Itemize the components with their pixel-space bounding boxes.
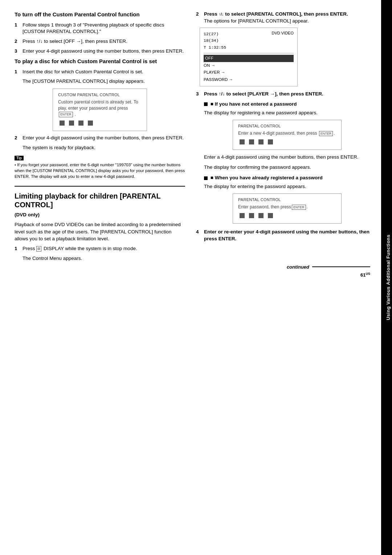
screen-title2: PARENTAL CONTROL: [238, 197, 336, 202]
dvd-menu-password: PASSWORD →: [204, 76, 294, 83]
tip-label: Tip: [15, 156, 24, 160]
registered-password-label: ■ When you have already registered a pas…: [211, 175, 323, 180]
step-content: Insert the disc for which Custom Parenta…: [23, 69, 185, 76]
screen-title1: PARENTAL CONTROL: [238, 124, 336, 128]
dvd-line1: 12(27): [204, 31, 226, 37]
step-num: 2: [196, 11, 202, 25]
step-item: 2 Enter your 4-digit password using the …: [15, 135, 185, 142]
screen-body1: Enter a new 4-digit password, then press…: [238, 130, 336, 136]
page-number: 61US: [360, 272, 370, 278]
dvd-menu-off: OFF: [204, 55, 294, 62]
section1-steps: 1 Follow steps 1 through 3 of "Preventin…: [15, 22, 185, 55]
side-tab: Using Various Additional Functions: [381, 0, 392, 555]
step3-item: 3 Press ↑/↓ to select [PLAYER →], then p…: [196, 91, 370, 98]
continued-rule: [312, 266, 370, 267]
page-number-bar: 61US: [196, 272, 370, 278]
section3-body: Playback of some DVD VIDEOs can be limit…: [15, 221, 185, 242]
step4-content: Enter or re-enter your 4-digit password …: [204, 229, 370, 242]
step-content: Follow steps 1 through 3 of "Preventing …: [23, 22, 185, 36]
step4-item: 4 Enter or re-enter your 4-digit passwor…: [196, 229, 370, 242]
continued-text: continued: [287, 264, 309, 270]
registered-password-title: ■ When you have already registered a pas…: [204, 174, 370, 181]
step-num: 3: [15, 48, 20, 55]
footer-area: continued 61US: [196, 264, 370, 278]
right-column: 2 Press ↑/↓ to select [PARENTAL CONTROL]…: [192, 11, 370, 544]
step-content: Enter your 4-digit password using the nu…: [23, 48, 185, 55]
dot1: [240, 139, 245, 144]
dvd-menu-player: PLAYER →: [204, 69, 294, 76]
enter-key2: ENTER: [292, 205, 306, 210]
dvd-screen-inner: 12(27) 18(34) T 1:32:55 DVD VIDEO: [204, 31, 294, 51]
step-item: 1 Insert the disc for which Custom Paren…: [15, 69, 185, 76]
password-dots: [58, 121, 142, 126]
arrow-icon: ↑/↓: [219, 12, 224, 16]
display-text: DISPLAY while the system is in stop mode…: [44, 246, 137, 251]
main-content: To turn off the Custom Parental Control …: [0, 0, 381, 555]
continued-line: continued: [196, 264, 370, 270]
custom-parental-screen: CUSTOM PARENTAL CONTROL Custom parental …: [53, 89, 147, 131]
big-section-title: Limiting playback for children [PARENTAL…: [15, 192, 185, 209]
after-screen-text2: The display for confirming the password …: [204, 164, 370, 171]
indent-text-2: The system is ready for playback.: [23, 144, 185, 151]
dot1: [240, 213, 245, 218]
subsection-no-password: ■ If you have not entered a password The…: [204, 101, 370, 171]
dot3: [258, 139, 264, 144]
step2-item: 2 Press ↑/↓ to select [PARENTAL CONTROL]…: [196, 11, 370, 25]
no-password-body: The display for registering a new passwo…: [204, 109, 370, 117]
bullet-icon: [204, 176, 208, 180]
dot2: [249, 213, 254, 218]
dot3: [258, 213, 264, 218]
dot3: [78, 121, 83, 126]
page-num-value: 61: [360, 272, 366, 278]
dot4: [268, 213, 273, 218]
section2-step2-list: 2 Enter your 4-digit password using the …: [15, 135, 185, 142]
dvd-screen-right: DVD VIDEO: [271, 31, 294, 35]
enter-key-label: ENTER: [59, 112, 73, 117]
section-divider: [15, 186, 185, 187]
side-tab-text: Using Various Additional Functions: [385, 234, 391, 320]
step-item: 1 Follow steps 1 through 3 of "Preventin…: [15, 22, 185, 36]
left-column: To turn off the Custom Parental Control …: [15, 11, 192, 544]
step-num: 1: [15, 22, 20, 36]
subsection-registered-password: ■ When you have already registered a pas…: [204, 174, 370, 224]
step2-content: Press ↑/↓ to select [PARENTAL CONTROL], …: [204, 11, 370, 25]
page-num-sup: US: [366, 272, 370, 276]
step-num: 2: [15, 135, 20, 142]
parental-control-screen1: PARENTAL CONTROL Enter a new 4-digit pas…: [233, 120, 342, 150]
parental-control-screen2: PARENTAL CONTROL Enter password, then pr…: [233, 193, 342, 224]
screen-body2: Enter password, then pressENTER.: [238, 204, 336, 210]
section2-title: To play a disc for which Custom Parental…: [15, 58, 185, 65]
section3-steps: 1 Press ⊟ DISPLAY while the system is in…: [15, 245, 185, 252]
dvd-only: (DVD only): [15, 211, 185, 219]
dvd-menu-box: OFF ON → PLAYER → PASSWORD →: [204, 53, 294, 83]
page-container: To turn off the Custom Parental Control …: [0, 0, 392, 555]
dvd-line3: T 1:32:55: [204, 44, 226, 51]
step-num: 3: [196, 91, 202, 98]
no-password-title: ■ If you have not entered a password: [204, 101, 370, 108]
registered-password-body: The display for entering the password ap…: [204, 183, 370, 190]
password-dots-1: [238, 139, 336, 144]
step4-bold: Enter or re-enter your 4-digit password …: [204, 229, 369, 241]
after-screen-text1: Enter a 4-digit password using the numbe…: [204, 154, 370, 161]
screen-title: CUSTOM PARENTAL CONTROL: [58, 93, 142, 97]
step-content: Press ↑/↓ to select [OFF →], then press …: [23, 38, 185, 45]
step2-body: The options for [PARENTAL CONTROL] appea…: [204, 18, 309, 24]
step-item: 3 Enter your 4-digit password using the …: [15, 48, 185, 55]
dvd-line2: 18(34): [204, 37, 226, 44]
no-password-label: ■ If you have not entered a password: [211, 101, 297, 107]
screen-body: Custom parental control is already set. …: [58, 99, 142, 117]
indent-text: The [CUSTOM PARENTAL CONTROL] display ap…: [23, 78, 185, 85]
step3-bold: Press ↑/↓ to select [PLAYER →], then pre…: [204, 91, 323, 97]
step-num: 1: [15, 69, 20, 76]
dot1: [60, 121, 65, 126]
step1-content: Press ⊟ DISPLAY while the system is in s…: [23, 245, 185, 252]
step-num: 4: [196, 229, 202, 242]
step-num: 2: [15, 38, 20, 45]
step-item: 1 Press ⊟ DISPLAY while the system is in…: [15, 245, 185, 252]
enter-key: ENTER: [319, 131, 333, 136]
display-icon: ⊟: [36, 246, 41, 252]
control-menu-appears: The Control Menu appears.: [23, 255, 185, 262]
step-num: 1: [15, 245, 20, 252]
tip-content: If you forget your password, enter the 6…: [15, 162, 185, 179]
dot2: [249, 139, 254, 144]
